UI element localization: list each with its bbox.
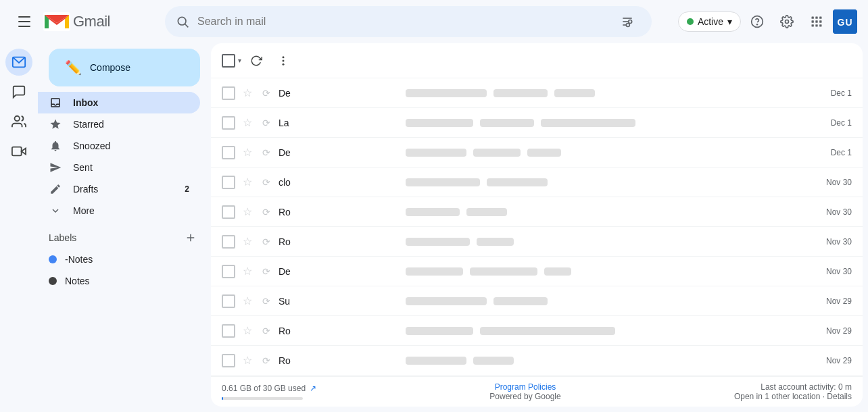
row-content	[406, 267, 813, 276]
email-row[interactable]: ☆ ⟳ La Dec 1	[211, 108, 863, 138]
more-options-button[interactable]	[271, 49, 295, 73]
hamburger-icon	[18, 16, 30, 27]
email-row[interactable]: ☆ ⟳ Ro Nov 30	[211, 227, 863, 257]
select-all-checkbox[interactable]	[222, 54, 235, 68]
account-avatar[interactable]: GU	[833, 9, 857, 34]
row-snooze[interactable]: ⟳	[260, 265, 273, 278]
svg-marker-25	[22, 148, 26, 154]
settings-button[interactable]	[773, 8, 800, 35]
row-snooze[interactable]: ⟳	[260, 294, 273, 308]
row-checkbox[interactable]	[222, 146, 235, 159]
sent-icon	[49, 161, 62, 174]
refresh-button[interactable]	[244, 49, 268, 73]
row-snooze[interactable]: ⟳	[260, 116, 273, 130]
email-row[interactable]: ☆ ⟳ De Dec 1	[211, 138, 863, 168]
row-content	[406, 327, 813, 335]
select-chevron[interactable]: ▾	[238, 57, 241, 64]
svg-point-11	[786, 20, 789, 24]
row-star[interactable]: ☆	[241, 265, 254, 278]
row-snooze[interactable]: ⟳	[260, 354, 273, 367]
row-checkbox[interactable]	[222, 235, 235, 249]
row-content	[406, 357, 813, 365]
email-toolbar: ▾	[211, 43, 863, 78]
email-row[interactable]: ☆ ⟳ De Nov 30	[211, 257, 863, 286]
row-star[interactable]: ☆	[241, 116, 254, 130]
label-item-notes-blue[interactable]: -Notes	[38, 249, 200, 270]
footer-left: 0.61 GB of 30 GB used ↗	[222, 384, 316, 400]
row-star[interactable]: ☆	[241, 146, 254, 159]
sidebar-item-starred[interactable]: Starred	[38, 113, 200, 135]
sidebar-item-drafts[interactable]: Drafts 2	[38, 178, 200, 200]
row-checkbox[interactable]	[222, 265, 235, 278]
row-star[interactable]: ☆	[241, 324, 254, 338]
row-sender: De	[279, 88, 400, 99]
row-checkbox[interactable]	[222, 176, 235, 189]
row-star[interactable]: ☆	[241, 176, 254, 189]
row-checkbox[interactable]	[222, 116, 235, 130]
row-star[interactable]: ☆	[241, 205, 254, 219]
storage-fill	[222, 397, 223, 400]
mini-spaces-icon[interactable]	[5, 108, 32, 135]
sidebar-item-inbox[interactable]: Inbox	[38, 92, 200, 113]
apps-button[interactable]	[803, 8, 830, 35]
compose-label: Compose	[90, 62, 130, 73]
row-date: Nov 30	[818, 178, 852, 187]
row-content	[406, 89, 813, 97]
inbox-label: Inbox	[73, 97, 189, 108]
mini-chat-icon[interactable]	[5, 78, 32, 105]
search-input[interactable]	[197, 16, 606, 28]
search-options-button[interactable]	[614, 8, 641, 35]
row-snooze[interactable]: ⟳	[260, 146, 273, 159]
active-status-button[interactable]: Active ▾	[678, 11, 741, 32]
row-checkbox[interactable]	[222, 324, 235, 338]
help-button[interactable]	[744, 8, 771, 35]
mini-meet-icon[interactable]	[5, 138, 32, 165]
email-row[interactable]: ☆ ⟳ Ro Nov 30	[211, 197, 863, 227]
email-row[interactable]: ☆ ⟳ Su Nov 29	[211, 286, 863, 316]
avatar-logo: GU	[833, 9, 857, 34]
row-snooze[interactable]: ⟳	[260, 86, 273, 100]
sidebar-item-more[interactable]: More	[38, 200, 200, 222]
row-checkbox[interactable]	[222, 294, 235, 308]
sidebar-item-sent[interactable]: Sent	[38, 157, 200, 178]
footer-center: Program Policies Powered by Google	[489, 382, 560, 401]
row-checkbox[interactable]	[222, 205, 235, 219]
row-snooze[interactable]: ⟳	[260, 205, 273, 219]
email-row[interactable]: ☆ ⟳ De Dec 1	[211, 78, 863, 108]
email-row[interactable]: ☆ ⟳ Ro Nov 29	[211, 346, 863, 376]
svg-text:GU: GU	[838, 17, 853, 28]
svg-rect-15	[812, 20, 814, 22]
email-row[interactable]: ☆ ⟳ Ro Nov 29	[211, 376, 863, 376]
mini-sidebar	[0, 43, 38, 412]
svg-point-27	[283, 56, 285, 58]
row-star[interactable]: ☆	[241, 294, 254, 308]
row-snooze[interactable]: ⟳	[260, 235, 273, 249]
apps-icon	[810, 15, 823, 28]
row-snooze[interactable]: ⟳	[260, 324, 273, 338]
row-checkbox[interactable]	[222, 354, 235, 367]
row-star[interactable]: ☆	[241, 86, 254, 100]
row-star[interactable]: ☆	[241, 235, 254, 249]
row-content	[406, 119, 813, 127]
program-policies-link[interactable]: Program Policies	[489, 382, 560, 392]
mini-mail-icon[interactable]	[5, 49, 32, 76]
compose-button[interactable]: ✏️ Compose	[49, 49, 200, 86]
row-date: Dec 1	[818, 118, 852, 128]
add-label-button[interactable]	[181, 228, 200, 247]
row-snooze[interactable]: ⟳	[260, 176, 273, 189]
storage-link[interactable]: ↗	[310, 384, 316, 393]
select-controls: ▾	[222, 54, 241, 68]
sidebar-item-snoozed[interactable]: Snoozed	[38, 135, 200, 157]
label-notes-text: Notes	[65, 276, 90, 286]
label-item-notes[interactable]: Notes	[38, 270, 200, 292]
svg-rect-13	[815, 17, 817, 19]
email-row[interactable]: ☆ ⟳ clo Nov 30	[211, 168, 863, 197]
inbox-icon	[49, 97, 62, 109]
hamburger-button[interactable]	[11, 8, 38, 35]
row-checkbox[interactable]	[222, 86, 235, 100]
svg-point-7	[629, 20, 632, 24]
svg-point-29	[283, 63, 285, 65]
email-row[interactable]: ☆ ⟳ Ro Nov 29	[211, 316, 863, 346]
drafts-badge: 2	[185, 184, 189, 194]
row-star[interactable]: ☆	[241, 354, 254, 367]
